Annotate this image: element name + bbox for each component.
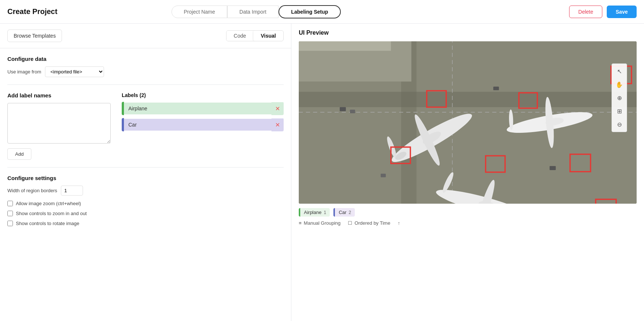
- allow-zoom-label: Allow image zoom (ctrl+wheel): [16, 201, 81, 206]
- ordered-label: Ordered by Time: [354, 220, 390, 226]
- configure-settings-section: Configure settings Width of region borde…: [7, 175, 284, 226]
- border-width-row: Width of region borders 1: [7, 186, 284, 196]
- region-tool-button[interactable]: ⊞: [613, 105, 625, 117]
- label-names-textarea[interactable]: [7, 103, 111, 144]
- image-source-select[interactable]: <imported file> URL S3: [45, 66, 104, 77]
- grouping-icon: ≡: [299, 220, 302, 226]
- ordered-by-time[interactable]: ☐ Ordered by Time: [348, 220, 390, 226]
- show-rotate-label: Show controls to rotate image: [16, 221, 79, 226]
- show-zoom-controls-checkbox[interactable]: [7, 211, 13, 216]
- grouping-label: Manual Grouping: [304, 220, 341, 226]
- header: Create Project Project Name Data Import …: [0, 0, 644, 24]
- configure-settings-title: Configure settings: [7, 175, 284, 181]
- svg-rect-21: [340, 107, 346, 111]
- labels-list-col: Labels (2) Airplane ✕ Car ✕: [122, 92, 284, 160]
- left-panel: Browse Templates Code Visual Configure d…: [0, 24, 291, 321]
- airport-svg: [299, 41, 637, 204]
- cursor-tool-button[interactable]: ↖: [613, 65, 625, 77]
- zoom-in-tool-button[interactable]: ⊕: [613, 92, 625, 104]
- labels-section: Add label names Add Labels (2) Airplane …: [7, 92, 284, 160]
- steps-nav: Project Name Data Import Labeling Setup: [172, 5, 340, 18]
- left-content: Configure data Use image from <imported …: [0, 48, 291, 321]
- step-project-name[interactable]: Project Name: [172, 6, 227, 18]
- header-actions: Delete Save: [569, 6, 637, 18]
- divider-1: [7, 84, 284, 85]
- border-width-input[interactable]: 1: [61, 186, 83, 196]
- show-rotate-controls-row: Show controls to rotate image: [7, 221, 284, 226]
- add-label-names-title: Add label names: [7, 92, 111, 99]
- border-width-label: Width of region borders: [7, 188, 57, 193]
- code-visual-toggle: Code Visual: [226, 30, 284, 41]
- airplane-label-name: Airplane: [124, 103, 271, 114]
- left-toolbar: Browse Templates Code Visual: [0, 24, 291, 48]
- divider-2: [7, 167, 284, 168]
- legend-item-airplane: Airplane 1: [299, 208, 330, 217]
- svg-rect-25: [381, 174, 386, 177]
- svg-rect-2: [299, 92, 637, 107]
- manual-grouping[interactable]: ≡ Manual Grouping: [299, 220, 340, 226]
- show-zoom-controls-row: Show controls to zoom in and out: [7, 211, 284, 216]
- configure-data-row: Use image from <imported file> URL S3: [7, 66, 284, 77]
- svg-rect-24: [550, 166, 556, 170]
- airplane-remove-button[interactable]: ✕: [271, 102, 284, 115]
- add-labels-col: Add label names Add: [7, 92, 111, 160]
- legend-airplane-count: 1: [324, 210, 326, 215]
- show-zoom-controls-label: Show controls to zoom in and out: [16, 211, 87, 216]
- svg-rect-22: [350, 110, 355, 113]
- label-item-car: Car ✕: [122, 118, 284, 131]
- legend-item-car: Car 2: [333, 208, 355, 217]
- configure-data-title: Configure data: [7, 56, 284, 62]
- legend-car-name: Car: [339, 210, 346, 215]
- legend-airplane-name: Airplane: [304, 210, 322, 215]
- step-labeling-setup[interactable]: Labeling Setup: [278, 5, 340, 18]
- bottom-controls: ≡ Manual Grouping ☐ Ordered by Time ↑: [299, 220, 637, 226]
- save-button[interactable]: Save: [607, 6, 637, 18]
- add-label-button[interactable]: Add: [7, 148, 31, 160]
- page-title: Create Project: [7, 7, 58, 16]
- hand-tool-button[interactable]: ✋: [613, 79, 625, 90]
- step-data-import[interactable]: Data Import: [227, 6, 278, 18]
- car-remove-button[interactable]: ✕: [271, 118, 284, 131]
- label-item-airplane: Airplane ✕: [122, 102, 284, 115]
- visual-toggle-button[interactable]: Visual: [253, 31, 283, 41]
- labels-count-header: Labels (2): [122, 92, 284, 98]
- tool-sidebar: ↖ ✋ ⊕ ⊞ ⊖: [612, 63, 627, 132]
- allow-zoom-row: Allow image zoom (ctrl+wheel): [7, 201, 284, 206]
- delete-button[interactable]: Delete: [569, 6, 602, 18]
- ordered-icon: ☐: [348, 220, 352, 226]
- legend-car-count: 2: [349, 210, 351, 215]
- browse-templates-button[interactable]: Browse Templates: [7, 30, 62, 42]
- label-legend: Airplane 1 Car 2: [299, 208, 637, 217]
- car-label-name: Car: [124, 119, 271, 131]
- sort-arrow[interactable]: ↑: [398, 220, 400, 226]
- image-preview: ↖ ✋ ⊕ ⊞ ⊖: [299, 41, 637, 204]
- show-rotate-controls-checkbox[interactable]: [7, 221, 13, 226]
- svg-rect-5: [299, 41, 391, 51]
- code-toggle-button[interactable]: Code: [226, 31, 253, 41]
- right-panel: UI Preview: [291, 24, 644, 321]
- allow-zoom-checkbox[interactable]: [7, 201, 13, 206]
- main-layout: Browse Templates Code Visual Configure d…: [0, 24, 644, 321]
- zoom-out-tool-button[interactable]: ⊖: [613, 118, 625, 130]
- ui-preview-title: UI Preview: [299, 30, 637, 36]
- use-image-from-label: Use image from: [7, 69, 41, 75]
- svg-rect-23: [493, 87, 499, 90]
